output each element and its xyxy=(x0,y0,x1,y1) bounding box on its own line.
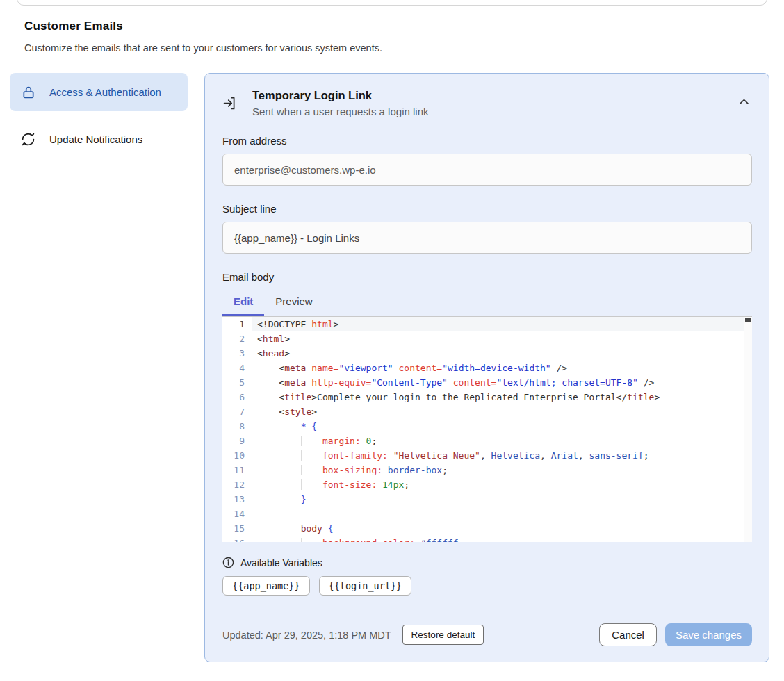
line-number: 13 xyxy=(222,492,252,507)
variable-chip-login-url[interactable]: {{login_url}} xyxy=(319,576,412,596)
refresh-icon xyxy=(21,132,35,147)
available-variables-row: Available Variables xyxy=(222,557,752,568)
line-number: 15 xyxy=(222,521,252,536)
code-line-content: margin: 0; xyxy=(252,434,752,448)
login-icon xyxy=(222,96,237,110)
code-line-content: * { xyxy=(252,419,752,434)
sidebar: Access & Authentication Update Notificat… xyxy=(10,73,188,156)
line-number: 1 xyxy=(222,317,252,331)
panel-title-block: Temporary Login Link Sent when a user re… xyxy=(252,89,428,117)
code-line[interactable]: 15 body { xyxy=(222,521,752,536)
subject-line-input[interactable] xyxy=(222,222,752,254)
updated-timestamp: Updated: Apr 29, 2025, 1:18 PM MDT xyxy=(222,630,391,641)
variable-chips: {{app_name}} {{login_url}} xyxy=(222,576,752,596)
restore-default-button[interactable]: Restore default xyxy=(402,625,484,645)
line-number: 7 xyxy=(222,404,252,419)
code-line-content xyxy=(252,507,752,521)
code-line[interactable]: 2<html> xyxy=(222,331,752,346)
code-line[interactable]: 13 } xyxy=(222,492,752,507)
line-number: 9 xyxy=(222,434,252,448)
email-body-tabs: Edit Preview xyxy=(222,288,752,316)
code-line-content: <head> xyxy=(252,346,752,361)
code-line[interactable]: 11 box-sizing: border-box; xyxy=(222,463,752,477)
sidebar-item-label: Update Notifications xyxy=(49,131,142,147)
line-number: 8 xyxy=(222,419,252,434)
lock-icon xyxy=(21,85,35,99)
sidebar-item-access-authentication[interactable]: Access & Authentication xyxy=(10,73,188,111)
code-line-content: background-color: #ffffff; xyxy=(252,536,752,542)
sidebar-item-update-notifications[interactable]: Update Notifications xyxy=(10,123,188,156)
code-line[interactable]: 14 xyxy=(222,507,752,521)
code-line-content: <title>Complete your login to the Replic… xyxy=(252,390,752,404)
code-line-content: <meta http-equiv="Content-Type" content=… xyxy=(252,375,752,390)
code-line-content: font-family: "Helvetica Neue", Helvetica… xyxy=(252,448,752,463)
code-line-content: <style> xyxy=(252,404,752,419)
line-number: 6 xyxy=(222,390,252,404)
page-title: Customer Emails xyxy=(24,19,784,33)
code-line[interactable]: 6 <title>Complete your login to the Repl… xyxy=(222,390,752,404)
code-line[interactable]: 16 background-color: #ffffff; xyxy=(222,536,752,542)
line-number: 3 xyxy=(222,346,252,361)
from-address-input[interactable] xyxy=(222,154,752,186)
code-editor-lines: 1<!DOCTYPE html>2<html>3<head>4 <meta na… xyxy=(222,317,752,542)
code-editor[interactable]: 1<!DOCTYPE html>2<html>3<head>4 <meta na… xyxy=(222,316,752,542)
code-line[interactable]: 5 <meta http-equiv="Content-Type" conten… xyxy=(222,375,752,390)
code-line[interactable]: 12 font-size: 14px; xyxy=(222,477,752,492)
line-number: 14 xyxy=(222,507,252,521)
code-line-content: body { xyxy=(252,521,752,536)
variable-chip-app-name[interactable]: {{app_name}} xyxy=(222,576,310,596)
line-number: 10 xyxy=(222,448,252,463)
code-line[interactable]: 10 font-family: "Helvetica Neue", Helvet… xyxy=(222,448,752,463)
panel-header: Temporary Login Link Sent when a user re… xyxy=(222,89,752,117)
code-line-content: <meta name="viewport" content="width=dev… xyxy=(252,361,752,375)
line-number: 16 xyxy=(222,536,252,542)
save-changes-button[interactable]: Save changes xyxy=(665,623,752,646)
info-icon[interactable] xyxy=(222,557,234,568)
editor-scrollbar[interactable] xyxy=(744,317,752,542)
code-line-content: box-sizing: border-box; xyxy=(252,463,752,477)
main-layout: Access & Authentication Update Notificat… xyxy=(0,73,784,662)
line-number: 2 xyxy=(222,331,252,346)
cancel-button[interactable]: Cancel xyxy=(599,623,657,646)
line-number: 12 xyxy=(222,477,252,492)
tab-edit[interactable]: Edit xyxy=(222,288,264,316)
subject-line-label: Subject line xyxy=(222,203,752,215)
sidebar-item-label: Access & Authentication xyxy=(49,84,161,100)
line-number: 11 xyxy=(222,463,252,477)
code-line[interactable]: 9 margin: 0; xyxy=(222,434,752,448)
line-number: 5 xyxy=(222,375,252,390)
code-line-content: } xyxy=(252,492,752,507)
line-number: 4 xyxy=(222,361,252,375)
panel-title: Temporary Login Link xyxy=(252,89,428,102)
code-line[interactable]: 1<!DOCTYPE html> xyxy=(222,317,752,331)
code-line-content: <html> xyxy=(252,331,752,346)
tab-preview[interactable]: Preview xyxy=(264,288,323,316)
code-line-content: font-size: 14px; xyxy=(252,477,752,492)
collapse-button[interactable] xyxy=(736,95,752,108)
code-line[interactable]: 3<head> xyxy=(222,346,752,361)
code-line[interactable]: 7 <style> xyxy=(222,404,752,419)
code-line[interactable]: 4 <meta name="viewport" content="width=d… xyxy=(222,361,752,375)
page-subtitle: Customize the emails that are sent to yo… xyxy=(24,42,784,54)
available-variables-label: Available Variables xyxy=(240,557,322,568)
email-body-label: Email body xyxy=(222,271,752,283)
chevron-up-icon xyxy=(739,98,749,105)
panel-subtitle: Sent when a user requests a login link xyxy=(252,106,428,117)
email-settings-card: Temporary Login Link Sent when a user re… xyxy=(204,73,769,662)
previous-card-bottom-edge xyxy=(17,0,767,6)
from-address-label: From address xyxy=(222,135,752,147)
code-line-content: <!DOCTYPE html> xyxy=(252,317,752,331)
editor-scrollbar-thumb[interactable] xyxy=(745,318,751,322)
panel-footer: Updated: Apr 29, 2025, 1:18 PM MDT Resto… xyxy=(222,623,752,646)
code-line[interactable]: 8 * { xyxy=(222,419,752,434)
